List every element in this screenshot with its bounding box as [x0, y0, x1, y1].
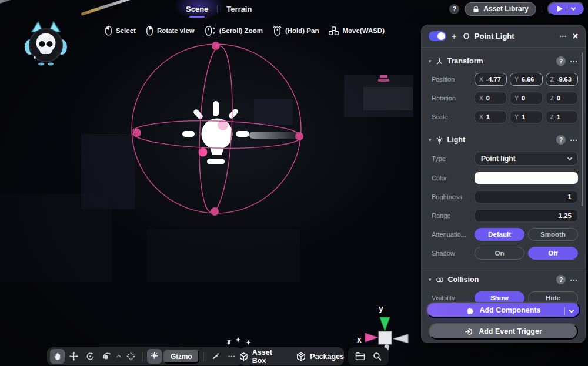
add-components-button[interactable]: Add Components: [426, 302, 580, 318]
wand-icon: [211, 352, 220, 361]
divider: [422, 47, 585, 48]
close-icon[interactable]: ×: [573, 32, 578, 41]
section-title: Light: [447, 136, 466, 144]
axis-y-cone[interactable]: [380, 317, 390, 331]
lock-icon: [472, 5, 480, 13]
asset-box-button[interactable]: Asset Box: [239, 348, 285, 365]
color-swatch[interactable]: [475, 172, 578, 184]
magic-wand-tool[interactable]: [208, 349, 223, 364]
axis-x-label: x: [357, 335, 362, 344]
section-title: Collision: [448, 276, 479, 284]
shadow-off-button[interactable]: Off: [528, 247, 578, 260]
help-icon[interactable]: ?: [556, 135, 566, 145]
play-icon: [557, 6, 563, 12]
caret-down-icon[interactable]: ▾: [429, 58, 432, 64]
scale-row: Scale X1 Y1 Z1: [422, 110, 585, 123]
skull-cat-icon: [19, 16, 73, 70]
chevron-down-icon[interactable]: [571, 5, 576, 10]
position-y-field[interactable]: Y6.66: [510, 73, 542, 86]
hint-rotate-view: Rotate view: [146, 26, 195, 36]
toolbar-divider: [142, 352, 143, 361]
tab-scene[interactable]: Scene: [186, 0, 208, 18]
row-label: Scale: [432, 113, 475, 120]
scale-z-field[interactable]: Z1: [546, 110, 578, 123]
mascot-logo[interactable]: [19, 16, 73, 73]
axis-prefix: Y: [514, 95, 519, 102]
chevron-down-icon[interactable]: [569, 308, 574, 313]
toolbar-divider: [203, 352, 204, 361]
panel-scrollbar[interactable]: [582, 52, 583, 206]
section-collision-header[interactable]: ▾ Collision ? ⋯: [422, 274, 585, 286]
packages-label: Packages: [310, 352, 344, 361]
scale-x-field[interactable]: X1: [475, 110, 507, 123]
chevron-down-icon: [567, 155, 572, 160]
light-type-row: Type Point light: [422, 152, 585, 166]
attenuation-smooth-button[interactable]: Smooth: [528, 228, 578, 241]
axis-prefix: X: [479, 76, 483, 83]
scale-y-field[interactable]: Y1: [510, 110, 542, 123]
plus-icon[interactable]: +: [452, 31, 457, 41]
axis-prefix: Z: [550, 76, 554, 83]
caret-down-icon[interactable]: ▾: [429, 137, 432, 143]
more-icon[interactable]: ⋯: [570, 136, 578, 145]
top-bar: Scene Terrain ? Asset Library: [0, 0, 588, 18]
help-icon[interactable]: ?: [556, 56, 566, 66]
asset-library-label: Asset Library: [483, 5, 529, 13]
position-x-field[interactable]: X-4.77: [475, 73, 507, 86]
gizmo-button[interactable]: Gizmo: [163, 350, 199, 364]
row-label: Position: [432, 76, 475, 83]
tab-scene-label: Scene: [186, 5, 208, 14]
help-icon[interactable]: ?: [556, 275, 566, 284]
attenuation-default-button[interactable]: Default: [475, 228, 524, 241]
folder-button[interactable]: [355, 352, 365, 361]
focus-tool[interactable]: [123, 349, 138, 364]
asset-box-icon: [239, 352, 248, 361]
packages-button[interactable]: Packages: [296, 352, 344, 361]
position-z-field[interactable]: Z-9.63: [546, 73, 578, 86]
tab-terrain[interactable]: Terrain: [226, 0, 252, 18]
light-gizmo-toggle[interactable]: [147, 349, 162, 364]
shadow-on-button[interactable]: On: [475, 247, 524, 260]
axis-cube[interactable]: [379, 331, 392, 344]
rotation-z-field[interactable]: Z0: [546, 92, 578, 105]
shadow-row: Shadow On Off: [422, 247, 585, 260]
rotation-y-field[interactable]: Y0: [510, 92, 542, 105]
brightness-input[interactable]: 1: [475, 190, 578, 203]
pan-hand-tool[interactable]: [50, 349, 65, 364]
section-light-header[interactable]: ▾ Light ? ⋯: [422, 134, 585, 146]
asset-library-button[interactable]: Asset Library: [465, 2, 536, 16]
range-input[interactable]: 1.25: [475, 209, 578, 222]
more-tools-button[interactable]: ⋯: [225, 349, 239, 364]
play-button[interactable]: [547, 2, 585, 16]
caret-down-icon[interactable]: ▾: [429, 277, 432, 283]
transform-icon: [436, 58, 443, 65]
axis-z-cone[interactable]: [393, 334, 408, 343]
chevron-up-icon[interactable]: [116, 355, 121, 360]
enabled-toggle[interactable]: [429, 31, 446, 41]
collision-icon: [436, 276, 444, 284]
mouse-left-icon: [105, 26, 112, 36]
toggle-knob: [437, 32, 445, 40]
light-type-select[interactable]: Point light: [475, 152, 578, 166]
gizmo-center-handle[interactable]: [199, 148, 208, 157]
row-label: Type: [432, 155, 475, 162]
panel-title-label: Point Light: [475, 32, 514, 41]
section-transform-header[interactable]: ▾ Transform ? ⋯: [422, 55, 585, 67]
search-button[interactable]: [373, 352, 382, 361]
mouse-scroll-icon: [205, 26, 216, 36]
add-event-trigger-button[interactable]: Add Event Trigger: [429, 323, 578, 340]
hint-move-wasd: Move(WASD): [329, 26, 385, 35]
help-icon[interactable]: ?: [449, 4, 459, 14]
more-icon[interactable]: ⋯: [570, 276, 578, 284]
rotate-tool[interactable]: [83, 349, 98, 364]
more-icon[interactable]: ⋯: [559, 32, 567, 41]
point-light-gizmo[interactable]: [123, 35, 312, 223]
hand-icon: [53, 352, 62, 361]
move-tool[interactable]: [66, 349, 81, 364]
more-icon: ⋯: [228, 352, 236, 361]
orbit-tool[interactable]: [99, 349, 114, 364]
axis-x-cone[interactable]: [365, 333, 378, 342]
rotation-x-field[interactable]: X0: [475, 92, 507, 105]
tab-divider: [217, 5, 218, 12]
more-icon[interactable]: ⋯: [570, 57, 578, 66]
